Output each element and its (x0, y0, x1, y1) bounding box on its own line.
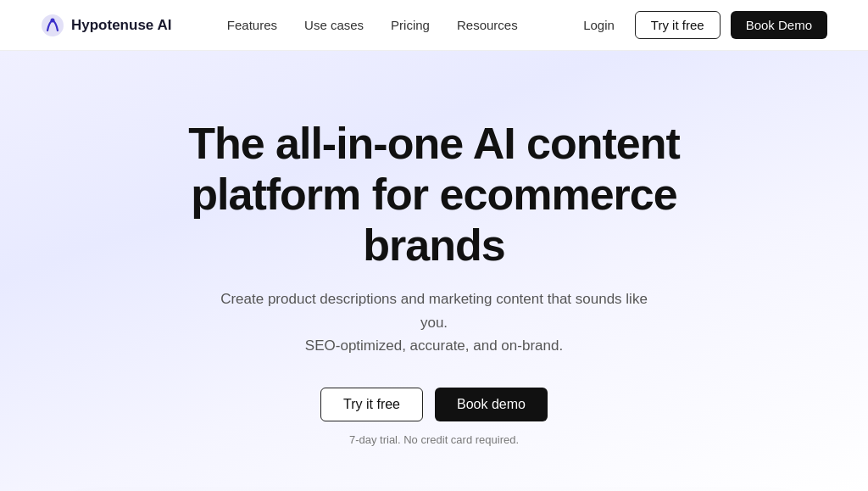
svg-point-1 (51, 18, 55, 22)
nav-book-demo-button[interactable]: Book Demo (731, 11, 827, 39)
hero-title: The all-in-one AI content platform for e… (129, 119, 739, 271)
logo[interactable]: Hypotenuse AI (41, 14, 171, 37)
nav-actions: Login Try it free Book Demo (573, 11, 827, 39)
logo-text: Hypotenuse AI (71, 17, 171, 34)
nav-use-cases[interactable]: Use cases (304, 18, 364, 32)
nav-resources[interactable]: Resources (457, 18, 518, 32)
hero-subtitle: Create product descriptions and marketin… (214, 287, 654, 357)
nav-pricing[interactable]: Pricing (391, 18, 430, 32)
nav-try-free-button[interactable]: Try it free (635, 11, 721, 39)
hero-section: The all-in-one AI content platform for e… (0, 51, 868, 491)
hero-try-free-button[interactable]: Try it free (320, 388, 423, 421)
navbar: Hypotenuse AI Features Use cases Pricing… (0, 0, 868, 51)
svg-point-0 (42, 14, 64, 36)
nav-features[interactable]: Features (227, 18, 277, 32)
trial-note: 7-day trial. No credit card required. (17, 433, 851, 446)
logo-icon (41, 14, 64, 37)
hero-book-demo-button[interactable]: Book demo (435, 388, 548, 421)
hero-buttons: Try it free Book demo (17, 388, 851, 421)
login-button[interactable]: Login (573, 13, 625, 37)
nav-links: Features Use cases Pricing Resources (227, 18, 518, 33)
